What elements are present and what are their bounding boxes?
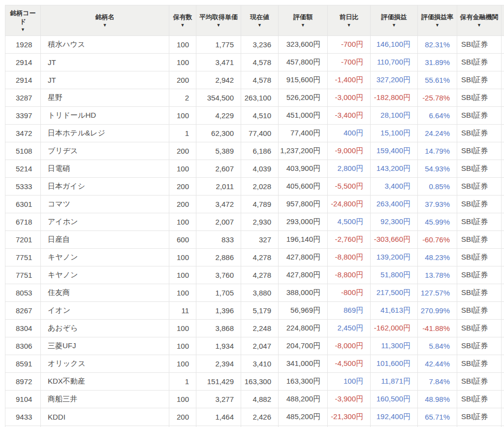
column-header-value[interactable]: 評価額▼: [279, 5, 328, 36]
cell-broker: SBI証券: [457, 142, 502, 160]
cell-day_change: 869円: [328, 302, 371, 320]
cell-name: KDDI: [41, 408, 169, 426]
cell-value: 204,700円: [279, 337, 328, 355]
table-row: 8267イオン111,3965,17956,969円869円41,613円270…: [5, 302, 504, 320]
column-label: 前日比: [340, 13, 359, 21]
cell-code: 2914: [5, 54, 41, 71]
sort-descending-icon: ▼: [280, 23, 326, 28]
cell-pl: 192,400円: [371, 408, 418, 426]
cell-acquired: [502, 196, 504, 213]
cell-name: 三菱UFJ: [41, 337, 169, 355]
table-row: 7201日産自600833327196,140円-2,760円-303,660円…: [5, 231, 504, 249]
column-header-acquired: 取: [502, 5, 504, 36]
column-header-code[interactable]: 銘柄コード▼: [5, 5, 41, 36]
cell-code: 8591: [5, 355, 41, 373]
cell-qty: 100: [169, 266, 196, 284]
cell-day_change: -9,000円: [328, 142, 371, 160]
cell-pl_rate: 24.24%: [418, 125, 457, 142]
cell-avg: 3,471: [196, 54, 241, 71]
cell-acquired: [502, 213, 504, 231]
column-header-pl_rate[interactable]: 評価損益率▼: [418, 5, 457, 36]
cell-current: 2,426: [241, 408, 279, 426]
table-row: 5108ブリヂス2005,3896,1861,237,200円-9,000円15…: [5, 142, 504, 160]
cell-qty: 100: [169, 391, 196, 408]
column-header-avg[interactable]: 平均取得単価▼: [196, 5, 241, 36]
cell-avg: 2,007: [196, 213, 241, 231]
cell-day_change: -700円: [328, 36, 371, 54]
cell-value: 957,800円: [279, 196, 328, 213]
column-header-broker[interactable]: 保有金融機関▼: [457, 5, 502, 36]
cell-broker: SBI証券: [457, 284, 502, 302]
cell-name: キヤノン: [41, 266, 169, 284]
cell-broker: SBI証券: [457, 355, 502, 373]
cell-qty: 100: [169, 320, 196, 337]
column-label: 現在値: [250, 13, 269, 21]
cell-qty: 600: [169, 231, 196, 249]
cell-broker: SBI証券: [457, 266, 502, 284]
table-row: 8306三菱UFJ1001,9342,047204,700円-8,000円11,…: [5, 337, 504, 355]
cell-qty: 200: [169, 142, 196, 160]
cell-acquired: [502, 178, 504, 196]
cell-qty: 200: [169, 71, 196, 89]
column-header-pl[interactable]: 評価損益▼: [371, 5, 418, 36]
column-header-qty[interactable]: 保有数▼: [169, 5, 196, 36]
cell-day_change: -24,800円: [328, 196, 371, 213]
cell-acquired: [502, 142, 504, 160]
cell-pl_rate: 82.31%: [418, 36, 457, 54]
column-header-name[interactable]: 銘柄名▼: [41, 5, 169, 36]
cell-day_change: -700円: [328, 54, 371, 71]
cell-pl: 143,200円: [371, 160, 418, 178]
cell-pl_rate: 31.89%: [418, 54, 457, 71]
cell-name: イオン: [41, 302, 169, 320]
column-label: 保有金融機関: [460, 13, 499, 21]
cell-value: 1,237,200円: [279, 142, 328, 160]
cell-avg: 833: [196, 231, 241, 249]
cell-acquired: [502, 231, 504, 249]
cell-code: 1928: [5, 36, 41, 54]
column-header-current[interactable]: 現在値▼: [241, 5, 279, 36]
cell-acquired: [502, 320, 504, 337]
holdings-table: 銘柄コード▼銘柄名▼保有数▼平均取得単価▼現在値▼評価額▼前日比▼評価損益▼評価…: [5, 5, 504, 427]
cell-code: 8053: [5, 284, 41, 302]
cell-acquired: [502, 125, 504, 142]
cell-pl: 263,400円: [371, 196, 418, 213]
cell-avg: 1,396: [196, 302, 241, 320]
table-row: 8053住友商1001,7053,880388,000円-800円217,500…: [5, 284, 504, 302]
cell-current: 6,186: [241, 142, 279, 160]
cell-broker: SBI証券: [457, 408, 502, 426]
cell-pl_rate: -60.76%: [418, 231, 457, 249]
cell-avg: 2,886: [196, 249, 241, 266]
cell-avg: 2,607: [196, 160, 241, 178]
table-row: 8591オリックス1002,3943,410341,000円-4,500円101…: [5, 355, 504, 373]
cell-code: 7201: [5, 231, 41, 249]
cell-day_change: -5,500円: [328, 178, 371, 196]
cell-pl_rate: -41.88%: [418, 320, 457, 337]
cell-value: 388,000円: [279, 284, 328, 302]
cell-current: 5,179: [241, 302, 279, 320]
cell-current: 2,028: [241, 178, 279, 196]
cell-value: 485,200円: [279, 408, 328, 426]
cell-value: 915,600円: [279, 71, 328, 89]
cell-pl_rate: 65.71%: [418, 408, 457, 426]
table-row: 7751キヤノン1002,8864,278427,800円-8,800円139,…: [5, 249, 504, 266]
cell-value: 403,900円: [279, 160, 328, 178]
cell-code: 7751: [5, 249, 41, 266]
cell-avg: 1,934: [196, 337, 241, 355]
cell-pl: -182,800円: [371, 89, 418, 107]
cell-qty: 1: [169, 373, 196, 391]
table-row: 5333日本ガイシ2002,0112,028405,600円-5,500円3,4…: [5, 178, 504, 196]
cell-day_change: -3,900円: [328, 391, 371, 408]
cell-qty: 1: [169, 125, 196, 142]
cell-name: コマツ: [41, 196, 169, 213]
cell-name: キヤノン: [41, 249, 169, 266]
sort-descending-icon: ▼: [329, 23, 369, 28]
cell-day_change: 4,500円: [328, 213, 371, 231]
cell-qty: 100: [169, 213, 196, 231]
cell-value: 224,800円: [279, 320, 328, 337]
column-header-day_change[interactable]: 前日比▼: [328, 5, 371, 36]
cell-pl: 217,500円: [371, 284, 418, 302]
cell-day_change: -8,800円: [328, 249, 371, 266]
cell-qty: 100: [169, 284, 196, 302]
cell-code: 9104: [5, 391, 41, 408]
cell-acquired: [502, 408, 504, 426]
